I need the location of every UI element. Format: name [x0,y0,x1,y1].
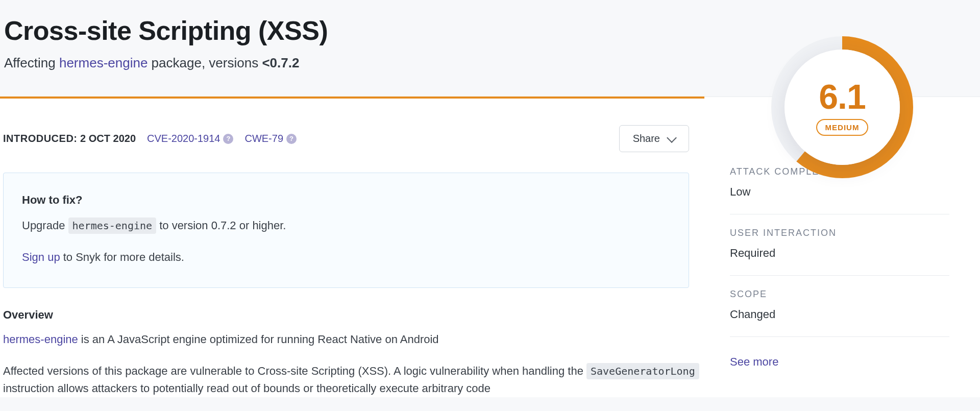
metric-value: Changed [730,308,949,321]
help-icon: ? [223,134,233,144]
affecting-prefix: Affecting [4,55,59,70]
cwe-link[interactable]: CWE-79 ? [244,133,297,144]
package-link[interactable]: hermes-engine [59,55,148,70]
affecting-suffix: package, versions [148,55,262,70]
fix-package-code: hermes-engine [68,217,157,234]
sidebar: 6.1 MEDIUM ATTACK COMPLEXITY Low USER IN… [704,96,980,397]
signup-line: Sign up to Snyk for more details. [22,251,670,264]
introduced-label: INTRODUCED: [3,133,78,144]
help-icon: ? [286,134,297,144]
metric-label: USER INTERACTION [730,228,949,238]
score-inner: 6.1 MEDIUM [785,50,900,165]
score-value: 6.1 [819,79,866,114]
share-button[interactable]: Share [619,125,689,152]
chevron-down-icon [667,133,677,143]
cve-text: CVE-2020-1914 [147,133,220,144]
introduced-block: INTRODUCED: 2 OCT 2020 [3,133,136,144]
how-to-fix-box: How to fix? Upgrade hermes-engine to ver… [3,173,689,288]
overview-heading: Overview [3,308,704,322]
main-content: INTRODUCED: 2 OCT 2020 CVE-2020-1914 ? C… [0,96,704,397]
metric-user-interaction: USER INTERACTION Required [730,214,949,276]
cwe-text: CWE-79 [244,133,283,144]
fix-instruction: Upgrade hermes-engine to version 0.7.2 o… [22,219,670,232]
overview-package-link[interactable]: hermes-engine [3,333,78,346]
severity-score-widget: 6.1 MEDIUM [771,36,914,179]
overview-line-1: hermes-engine is an A JavaScript engine … [3,331,704,348]
instruction-code: SaveGeneratorLong [586,363,699,379]
cve-link[interactable]: CVE-2020-1914 ? [147,133,233,144]
affected-versions: <0.7.2 [262,55,299,70]
severity-badge: MEDIUM [816,119,869,136]
metric-label: SCOPE [730,289,949,300]
signup-link[interactable]: Sign up [22,251,60,263]
metric-value: Low [730,185,949,199]
share-label: Share [633,133,660,144]
metric-scope: SCOPE Changed [730,276,949,337]
fix-heading: How to fix? [22,194,670,207]
introduced-date: 2 OCT 2020 [80,133,136,144]
overview-line-2: Affected versions of this package are vu… [3,362,704,397]
see-more-link[interactable]: See more [730,355,778,369]
meta-row: INTRODUCED: 2 OCT 2020 CVE-2020-1914 ? C… [3,99,704,162]
metric-value: Required [730,247,949,260]
